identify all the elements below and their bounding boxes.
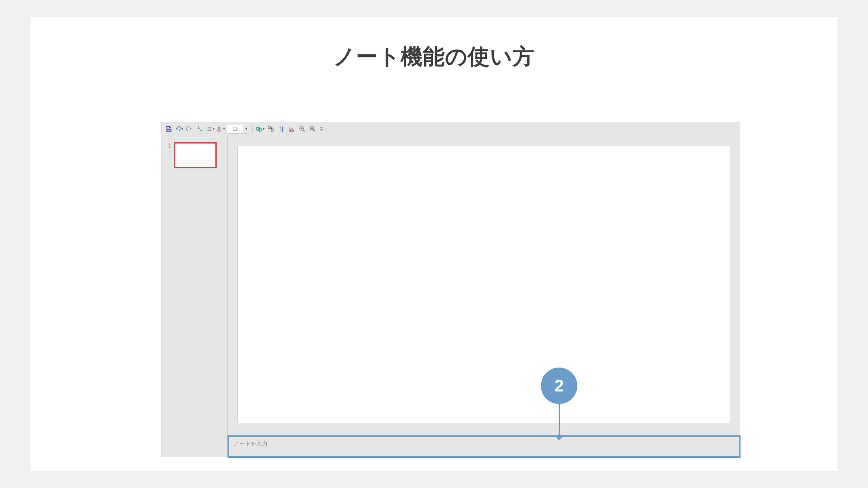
work-area: 1 ノートを入力 2 [161,136,740,457]
bullets-button[interactable]: ▾ [206,126,214,132]
font-size-selector[interactable]: 12 ▾ [227,125,249,134]
slide-canvas[interactable] [237,146,730,423]
arrange-button[interactable] [277,125,285,134]
slide-number: 1 [168,142,171,149]
notes-pane[interactable]: ノートを入力 [228,435,741,458]
notes-placeholder: ノートを入力 [234,440,268,447]
zoom-out-button[interactable] [308,125,317,134]
dropdown-caret: ▾ [223,127,225,131]
save-button[interactable] [164,125,173,134]
chart-button[interactable] [287,125,296,134]
presentation-slide: ノート機能の使い方 ▾ ▾ A ▾ [30,17,838,471]
page-title: ノート機能の使い方 [30,17,838,71]
slide-thumbnail-panel: 1 [161,136,228,457]
spellcheck-button[interactable] [195,125,204,134]
svg-point-3 [207,129,208,130]
svg-rect-9 [268,127,270,129]
svg-rect-0 [167,127,169,128]
quick-access-toolbar: ▾ ▾ A ▾ 12 ▾ ▾ [161,122,740,136]
customize-toolbar-button[interactable] [318,125,325,134]
slide-editor-area: ノートを入力 2 [228,136,740,457]
svg-rect-6 [217,130,221,131]
app-screenshot: ▾ ▾ A ▾ 12 ▾ ▾ [161,122,740,457]
slide-thumbnail[interactable]: 1 [161,142,227,168]
font-size-value[interactable]: 12 [227,125,243,134]
svg-rect-1 [167,129,170,131]
redo-button[interactable] [185,125,194,134]
callout-line [559,404,560,435]
dropdown-caret: ▾ [181,127,183,131]
svg-rect-10 [271,129,273,131]
undo-button[interactable]: ▾ [174,126,183,132]
slide-preview [174,142,217,168]
svg-point-8 [258,128,262,132]
font-size-dropdown[interactable]: ▾ [243,125,249,134]
dropdown-caret: ▾ [213,127,214,131]
callout-badge: 2 [541,368,577,404]
font-color-button[interactable]: A ▾ [216,126,225,132]
zoom-in-button[interactable] [298,125,306,134]
dropdown-caret: ▾ [263,127,265,131]
callout-dot [556,435,562,440]
svg-text:A: A [218,126,221,131]
group-button[interactable] [266,125,275,134]
callout-annotation: 2 [541,368,577,440]
svg-point-4 [207,130,208,131]
shapes-button[interactable]: ▾ [256,126,265,132]
svg-point-2 [207,127,208,128]
separator [252,125,253,133]
